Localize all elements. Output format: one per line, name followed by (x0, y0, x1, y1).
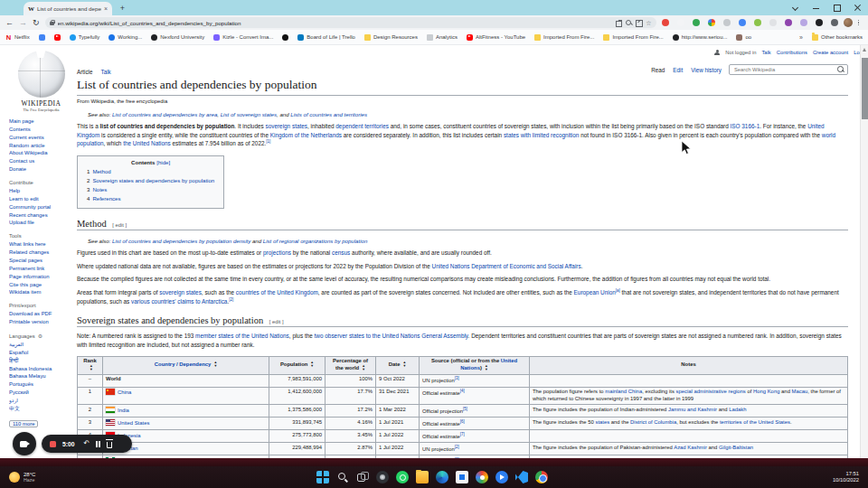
extension-icon[interactable] (677, 19, 684, 26)
minimize-icon[interactable] (813, 5, 819, 11)
sort-icon[interactable]: ▲▼ (485, 365, 488, 371)
sidebar-item[interactable]: Download as PDF (9, 310, 73, 318)
column-header[interactable]: Country / Dependency▲▼ (103, 356, 269, 374)
reference-link[interactable]: [4] (460, 389, 465, 393)
reload-icon[interactable]: ↻ (33, 18, 40, 27)
reference-link[interactable]: [6] (460, 419, 465, 424)
sidebar-item[interactable]: Cite this page (9, 281, 73, 289)
extension-icon[interactable] (708, 19, 715, 26)
media-icon[interactable] (495, 471, 508, 483)
sort-icon[interactable]: ▲▼ (362, 365, 365, 371)
tab-close-icon[interactable]: × (104, 5, 108, 12)
sidebar-item[interactable]: Current events (9, 134, 73, 142)
method-edit-link[interactable]: [ edit ] (112, 222, 127, 228)
sidebar-item[interactable]: Help (9, 187, 73, 195)
sidebar-item[interactable]: Recent changes (9, 211, 73, 220)
wiki-search-input[interactable] (732, 66, 837, 73)
other-bookmarks-button[interactable]: Other bookmarks (812, 34, 863, 41)
sidebar-item[interactable]: Page information (9, 273, 73, 281)
extension-icon[interactable] (723, 19, 731, 26)
taskbar-clock[interactable]: 17:51 10/10/2022 (833, 466, 859, 488)
column-header[interactable]: Rank▲▼ (78, 356, 103, 374)
bookmark-item[interactable]: Board of Life | Trello (297, 34, 355, 41)
toc-link[interactable]: References (92, 195, 120, 202)
sidebar-item[interactable]: Русский (9, 389, 73, 397)
toc-item[interactable]: 4References (87, 194, 214, 203)
sidebar-item[interactable]: What links here (9, 240, 73, 249)
bookmark-star-icon[interactable]: ☆ (646, 20, 651, 26)
extension-icon[interactable] (769, 19, 777, 26)
toc-link[interactable]: Method (92, 168, 110, 174)
extension-icon[interactable] (754, 19, 761, 26)
bookmark-item[interactable]: Typefully (70, 34, 100, 41)
toc-link[interactable]: Notes (92, 186, 107, 192)
sidebar-item[interactable]: Upload file (9, 219, 73, 227)
whatsapp-icon[interactable] (396, 471, 409, 483)
column-header[interactable]: Percentage of the world▲▼ (326, 356, 376, 374)
scrollbar-up-icon[interactable] (863, 48, 866, 52)
wiki-search-box[interactable] (729, 64, 848, 75)
sidebar-item[interactable]: اردو (9, 397, 73, 405)
url-text[interactable]: en.wikipedia.org/wiki/List_of_countries_… (58, 20, 613, 26)
taskbar-weather[interactable]: 28°C Haze (9, 472, 35, 483)
profile-avatar[interactable] (844, 18, 853, 27)
reference-link[interactable]: [3] (455, 376, 459, 380)
reference-link[interactable]: [7] (460, 432, 465, 436)
reference-link[interactable]: [2] (455, 445, 459, 449)
bookmark-item[interactable]: Nexford University (151, 34, 204, 41)
sidebar-item[interactable]: Contents (9, 126, 73, 134)
column-header[interactable]: Date▲▼ (376, 356, 420, 374)
bookmark-item[interactable]: oo (736, 34, 751, 41)
sidebar-item[interactable]: Português (9, 380, 73, 389)
pause-recording-icon[interactable] (96, 441, 100, 447)
start-icon[interactable] (316, 471, 329, 483)
close-window-icon[interactable] (854, 5, 861, 11)
column-header[interactable]: Source (official or from the United Nati… (420, 356, 530, 374)
bookmark-item[interactable]: NNetflix (5, 34, 30, 41)
recorder-icon[interactable] (476, 471, 488, 483)
sidebar-item[interactable]: Community portal (9, 203, 73, 211)
recorder-camera-button[interactable] (13, 432, 36, 455)
stop-recording-icon[interactable] (50, 441, 56, 447)
extension-icon[interactable] (693, 19, 700, 26)
chrome-icon[interactable] (535, 471, 548, 483)
delete-recording-icon[interactable] (107, 442, 112, 448)
sidebar-item[interactable]: Bahasa Melayu (9, 372, 73, 380)
explorer-icon[interactable] (416, 471, 429, 483)
languages-more-button[interactable]: 110 more (9, 420, 38, 427)
browser-menu-icon[interactable] (858, 20, 860, 26)
sidebar-item[interactable]: Random article (9, 142, 73, 150)
sort-icon[interactable]: ▲▼ (310, 361, 314, 368)
toc-hide-link[interactable]: [hide] (156, 159, 170, 165)
bookmark-item[interactable]: Design Resources (364, 34, 418, 41)
copilot-icon[interactable] (376, 471, 389, 483)
page-scrollbar[interactable] (860, 45, 868, 458)
browser-tab[interactable]: W List of countries and dependenc × (24, 2, 112, 15)
vscode-icon[interactable] (515, 471, 528, 483)
edit-url-icon[interactable] (636, 20, 642, 26)
sort-icon[interactable]: ▲▼ (90, 365, 93, 371)
scrollbar-thumb[interactable] (862, 58, 868, 119)
view-tab-view-history[interactable]: View history (691, 67, 722, 73)
bookmark-item[interactable]: Working... (108, 34, 142, 41)
sidebar-item[interactable]: Permanent link (9, 265, 73, 273)
new-tab-button[interactable]: + (118, 4, 127, 14)
country-link[interactable]: India (118, 408, 129, 413)
namespace-tab-talk[interactable]: Talk (101, 69, 111, 75)
extension-icon[interactable] (831, 19, 838, 26)
view-tab-edit[interactable]: Edit (673, 67, 683, 73)
sovereign-edit-link[interactable]: [ edit ] (269, 319, 284, 324)
sidebar-item[interactable]: हिन्दी (9, 357, 73, 365)
maximize-icon[interactable] (834, 5, 840, 11)
forward-icon[interactable]: → (19, 18, 27, 27)
bookmarks-overflow-icon[interactable]: » (799, 34, 803, 41)
reference-link[interactable]: [5] (463, 407, 467, 411)
extension-icon[interactable] (800, 19, 807, 26)
extension-icon[interactable] (662, 19, 669, 26)
country-link[interactable]: United States (118, 420, 149, 426)
sidebar-item[interactable]: Bahasa Indonesia (9, 365, 73, 373)
sidebar-item[interactable]: Special pages (9, 257, 73, 265)
edge-icon[interactable] (436, 471, 448, 483)
store-icon[interactable] (456, 471, 468, 483)
back-icon[interactable]: ← (5, 18, 14, 27)
